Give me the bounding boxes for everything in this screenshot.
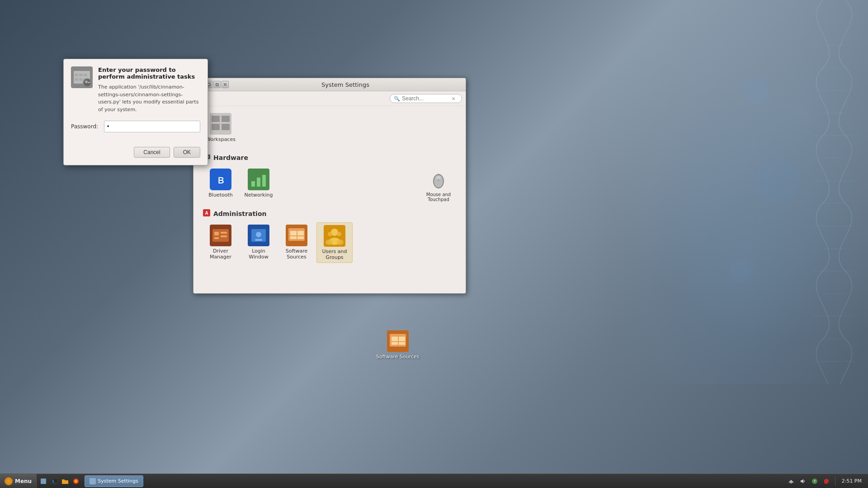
svg-rect-75 <box>75 74 78 76</box>
hardware-section-header: Hardware <box>203 153 457 163</box>
desktop-background <box>552 0 868 384</box>
svg-rect-52 <box>214 232 219 235</box>
window-title: System Settings <box>229 81 462 88</box>
search-box[interactable]: 🔍 ✕ <box>390 94 462 103</box>
svg-rect-22 <box>399 337 405 341</box>
svg-rect-24 <box>399 342 405 345</box>
driver-manager-icon-box <box>210 225 231 246</box>
window-restore-button[interactable] <box>213 81 221 88</box>
svg-rect-79 <box>79 78 83 81</box>
svg-rect-21 <box>392 337 398 341</box>
workspaces-icon-box <box>210 113 231 135</box>
taskbar-clock: 2:51 PM <box>839 478 864 484</box>
dialog-auth-icon <box>71 66 93 88</box>
settings-item-driver-manager[interactable]: Driver Manager <box>203 222 239 263</box>
login-window-icon-box <box>248 225 269 246</box>
users-groups-icon-box <box>324 225 345 247</box>
hardware-icons-grid: ʙ Bluetooth Networki <box>203 166 457 204</box>
taskbar-menu-button[interactable]: Menu <box>0 474 37 488</box>
workspaces-label: Workspaces <box>206 136 236 142</box>
password-form-row: Password: <box>71 121 200 132</box>
svg-rect-63 <box>297 231 304 235</box>
system-tray: ↑ 2:51 PM <box>783 476 868 486</box>
svg-point-68 <box>328 232 332 236</box>
svg-rect-41 <box>251 181 255 187</box>
software-sources-desktop-label: Software Sources <box>376 354 420 360</box>
window-titlebar: System Settings <box>193 78 466 91</box>
administration-section-title: Administration <box>213 210 266 217</box>
password-input[interactable] <box>104 121 200 132</box>
svg-rect-53 <box>221 232 227 234</box>
cancel-button[interactable]: Cancel <box>134 147 170 158</box>
ok-button[interactable]: OK <box>174 147 200 158</box>
svg-rect-78 <box>75 78 78 81</box>
settings-item-mouse[interactable]: Mouse andTouchpad <box>420 166 457 204</box>
taskbar-icon-folder[interactable] <box>60 476 70 486</box>
taskbar-active-window[interactable]: System Settings <box>85 475 143 487</box>
software-sources-icon-box <box>286 225 307 246</box>
administration-icons-grid: Driver Manager Login Window <box>203 222 457 263</box>
networking-label: Networking <box>245 192 273 198</box>
settings-item-users-groups[interactable]: Users and Groups <box>316 222 353 263</box>
desktop: Software Sources System Settings <box>0 0 868 488</box>
search-clear-icon[interactable]: ✕ <box>452 96 455 101</box>
svg-rect-86 <box>88 82 89 83</box>
settings-item-networking[interactable]: Networking <box>241 166 277 204</box>
window-close-button[interactable] <box>222 81 229 88</box>
administration-section-icon: A <box>203 209 211 219</box>
taskbar-icon-terminal[interactable]: $_ <box>49 476 59 486</box>
tray-sound-icon[interactable] <box>798 476 808 486</box>
search-input[interactable] <box>402 95 452 102</box>
software-sources-desktop-icon <box>387 330 409 352</box>
software-sources-label: Software Sources <box>281 248 312 260</box>
svg-text:ʙ: ʙ <box>217 173 224 186</box>
svg-text:A: A <box>205 211 208 216</box>
sidebar-item-workspaces[interactable]: Workspaces <box>203 111 239 145</box>
search-icon: 🔍 <box>394 96 400 102</box>
settings-item-software-sources[interactable]: Software Sources <box>278 222 315 263</box>
svg-point-71 <box>326 239 333 245</box>
taskbar-icon-files[interactable] <box>38 476 48 486</box>
dialog-title-area: Enter your password to perform administr… <box>98 66 200 113</box>
svg-point-18 <box>730 260 753 282</box>
settings-item-bluetooth[interactable]: ʙ Bluetooth <box>203 166 239 204</box>
settings-item-login-window[interactable]: Login Window <box>241 222 277 263</box>
svg-point-16 <box>741 77 769 104</box>
dialog-description: The application '/usr/lib/cinnamon-setti… <box>98 84 200 113</box>
svg-rect-77 <box>84 74 87 76</box>
tray-network-icon[interactable] <box>786 476 796 486</box>
menu-label: Menu <box>15 478 32 484</box>
svg-point-58 <box>256 232 261 237</box>
password-dialog: Enter your password to perform administr… <box>63 59 208 165</box>
dialog-title: Enter your password to perform administr… <box>98 66 200 80</box>
dialog-buttons: Cancel OK <box>64 147 208 165</box>
svg-text:$_: $_ <box>52 479 57 483</box>
dialog-form: Password: <box>64 121 208 147</box>
cinnamon-icon <box>5 477 13 485</box>
svg-rect-76 <box>79 74 83 76</box>
svg-rect-93 <box>90 478 96 484</box>
taskbar: Menu $_ System Settings <box>0 474 868 488</box>
tray-updates-icon[interactable]: ↑ <box>810 476 820 486</box>
svg-point-47 <box>436 176 441 179</box>
active-window-label: System Settings <box>98 478 138 484</box>
svg-rect-33 <box>222 116 230 122</box>
mouse-label: Mouse andTouchpad <box>426 192 451 202</box>
administration-section-header: A Administration <box>203 209 457 219</box>
svg-point-17 <box>755 158 800 203</box>
mouse-icon-box <box>428 169 449 190</box>
svg-rect-34 <box>212 124 220 130</box>
window-toolbar: 🔍 ✕ <box>193 91 466 106</box>
svg-rect-43 <box>262 175 266 187</box>
svg-text:↑: ↑ <box>813 479 816 483</box>
taskbar-quicklaunch: $_ <box>37 476 83 486</box>
svg-rect-64 <box>290 236 297 239</box>
tray-separator <box>835 477 835 486</box>
svg-point-83 <box>85 80 88 83</box>
hardware-section-title: Hardware <box>213 154 248 161</box>
svg-point-72 <box>336 239 344 245</box>
desktop-software-sources-icon[interactable]: Software Sources <box>374 328 421 361</box>
svg-rect-65 <box>297 236 304 239</box>
tray-security-icon[interactable] <box>821 476 831 486</box>
taskbar-icon-browser[interactable] <box>71 476 81 486</box>
